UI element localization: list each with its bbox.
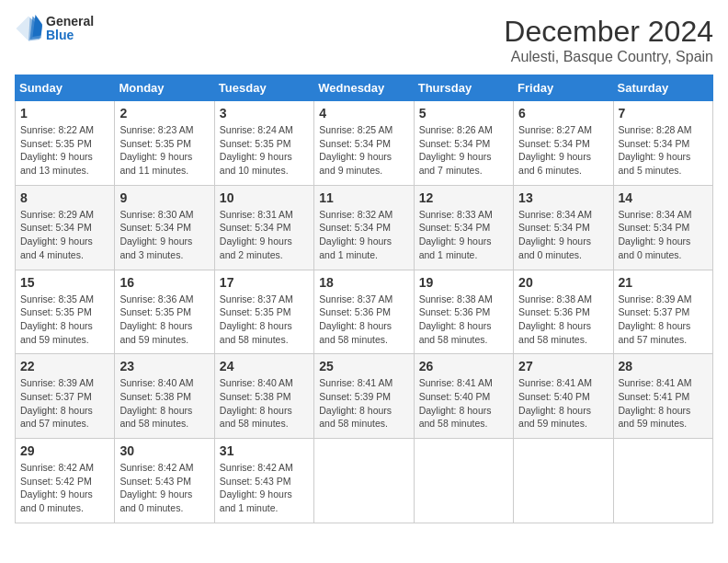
day-number: 21 — [619, 275, 708, 290]
calendar-day-cell: 20Sunrise: 8:38 AMSunset: 5:36 PMDayligh… — [514, 270, 613, 354]
header: General Blue December 2024 Aulesti, Basq… — [15, 15, 713, 65]
day-number: 29 — [20, 443, 109, 458]
day-number: 28 — [619, 359, 708, 373]
day-number: 25 — [319, 359, 408, 373]
calendar-day-cell: 30Sunrise: 8:42 AMSunset: 5:43 PMDayligh… — [115, 439, 214, 523]
calendar-day-cell: 14Sunrise: 8:34 AMSunset: 5:34 PMDayligh… — [613, 185, 712, 270]
calendar-table: SundayMondayTuesdayWednesdayThursdayFrid… — [15, 75, 713, 523]
calendar-day-cell: 28Sunrise: 8:41 AMSunset: 5:41 PMDayligh… — [613, 354, 712, 439]
day-number: 9 — [119, 190, 209, 205]
day-info: Sunrise: 8:41 AMSunset: 5:40 PMDaylight:… — [518, 376, 608, 431]
day-info: Sunrise: 8:31 AMSunset: 5:34 PMDaylight:… — [220, 208, 309, 262]
day-info: Sunrise: 8:36 AMSunset: 5:35 PMDaylight:… — [119, 293, 209, 347]
day-info: Sunrise: 8:38 AMSunset: 5:36 PMDaylight:… — [419, 293, 508, 347]
day-number: 20 — [518, 275, 608, 290]
day-number: 10 — [220, 190, 309, 205]
day-info: Sunrise: 8:24 AMSunset: 5:35 PMDaylight:… — [220, 123, 309, 178]
calendar-day-cell: 22Sunrise: 8:39 AMSunset: 5:37 PMDayligh… — [16, 354, 115, 439]
day-number: 16 — [119, 275, 209, 290]
calendar-day-cell: 25Sunrise: 8:41 AMSunset: 5:39 PMDayligh… — [314, 354, 414, 439]
day-number: 27 — [518, 359, 608, 373]
day-info: Sunrise: 8:30 AMSunset: 5:34 PMDaylight:… — [119, 208, 209, 262]
day-info: Sunrise: 8:34 AMSunset: 5:34 PMDaylight:… — [518, 208, 608, 262]
day-number: 15 — [20, 275, 109, 290]
day-number: 22 — [20, 359, 109, 373]
calendar-weekday: Saturday — [613, 75, 712, 101]
day-info: Sunrise: 8:35 AMSunset: 5:35 PMDaylight:… — [20, 293, 109, 347]
logo-general: General — [46, 15, 94, 29]
day-info: Sunrise: 8:38 AMSunset: 5:36 PMDaylight:… — [518, 293, 608, 347]
day-info: Sunrise: 8:28 AMSunset: 5:34 PMDaylight:… — [619, 123, 708, 178]
calendar-day-cell: 3Sunrise: 8:24 AMSunset: 5:35 PMDaylight… — [214, 101, 313, 186]
calendar-day-cell: 24Sunrise: 8:40 AMSunset: 5:38 PMDayligh… — [214, 354, 313, 439]
calendar-day-cell: 6Sunrise: 8:27 AMSunset: 5:34 PMDaylight… — [514, 101, 613, 186]
page-title: December 2024 — [504, 15, 713, 49]
calendar-day-cell: 18Sunrise: 8:37 AMSunset: 5:36 PMDayligh… — [314, 270, 414, 354]
title-area: December 2024 Aulesti, Basque Country, S… — [504, 15, 713, 65]
calendar-week-row: 15Sunrise: 8:35 AMSunset: 5:35 PMDayligh… — [16, 270, 713, 354]
calendar-weekday: Friday — [514, 75, 613, 101]
day-number: 5 — [419, 106, 508, 121]
calendar-day-cell: 10Sunrise: 8:31 AMSunset: 5:34 PMDayligh… — [214, 185, 313, 270]
day-info: Sunrise: 8:37 AMSunset: 5:36 PMDaylight:… — [319, 293, 408, 347]
day-number: 8 — [20, 190, 109, 205]
day-number: 2 — [119, 106, 209, 121]
day-number: 12 — [419, 190, 508, 205]
calendar-week-row: 29Sunrise: 8:42 AMSunset: 5:42 PMDayligh… — [16, 439, 713, 523]
day-info: Sunrise: 8:42 AMSunset: 5:43 PMDaylight:… — [119, 461, 209, 515]
day-info: Sunrise: 8:40 AMSunset: 5:38 PMDaylight:… — [220, 376, 309, 431]
day-info: Sunrise: 8:26 AMSunset: 5:34 PMDaylight:… — [419, 123, 508, 178]
calendar-day-cell: 29Sunrise: 8:42 AMSunset: 5:42 PMDayligh… — [16, 439, 115, 523]
calendar-weekday: Monday — [115, 75, 214, 101]
day-info: Sunrise: 8:42 AMSunset: 5:43 PMDaylight:… — [220, 461, 309, 515]
calendar-day-cell: 23Sunrise: 8:40 AMSunset: 5:38 PMDayligh… — [115, 354, 214, 439]
calendar-day-cell: 1Sunrise: 8:22 AMSunset: 5:35 PMDaylight… — [16, 101, 115, 186]
day-number: 30 — [119, 443, 209, 458]
calendar-week-row: 1Sunrise: 8:22 AMSunset: 5:35 PMDaylight… — [16, 101, 713, 186]
day-info: Sunrise: 8:41 AMSunset: 5:41 PMDaylight:… — [619, 376, 708, 431]
logo-blue: Blue — [46, 29, 94, 42]
calendar-day-cell — [414, 439, 513, 523]
calendar-day-cell: 12Sunrise: 8:33 AMSunset: 5:34 PMDayligh… — [414, 185, 513, 270]
day-info: Sunrise: 8:37 AMSunset: 5:35 PMDaylight:… — [220, 293, 309, 347]
day-number: 13 — [518, 190, 608, 205]
day-number: 14 — [619, 190, 708, 205]
calendar-weekday: Sunday — [16, 75, 115, 101]
logo-text: General Blue — [46, 15, 94, 43]
calendar-day-cell: 7Sunrise: 8:28 AMSunset: 5:34 PMDaylight… — [613, 101, 712, 186]
day-info: Sunrise: 8:29 AMSunset: 5:34 PMDaylight:… — [20, 208, 109, 262]
day-number: 19 — [419, 275, 508, 290]
calendar-day-cell: 4Sunrise: 8:25 AMSunset: 5:34 PMDaylight… — [314, 101, 414, 186]
day-number: 1 — [20, 106, 109, 121]
calendar-day-cell: 15Sunrise: 8:35 AMSunset: 5:35 PMDayligh… — [16, 270, 115, 354]
calendar-day-cell: 16Sunrise: 8:36 AMSunset: 5:35 PMDayligh… — [115, 270, 214, 354]
calendar-weekday: Tuesday — [214, 75, 313, 101]
calendar-day-cell: 26Sunrise: 8:41 AMSunset: 5:40 PMDayligh… — [414, 354, 513, 439]
day-number: 3 — [220, 106, 309, 121]
day-info: Sunrise: 8:33 AMSunset: 5:34 PMDaylight:… — [419, 208, 508, 262]
calendar-header-row: SundayMondayTuesdayWednesdayThursdayFrid… — [16, 75, 713, 101]
calendar-day-cell: 9Sunrise: 8:30 AMSunset: 5:34 PMDaylight… — [115, 185, 214, 270]
page-subtitle: Aulesti, Basque Country, Spain — [504, 49, 713, 65]
day-info: Sunrise: 8:23 AMSunset: 5:35 PMDaylight:… — [119, 123, 209, 178]
day-info: Sunrise: 8:40 AMSunset: 5:38 PMDaylight:… — [119, 376, 209, 431]
calendar-day-cell — [613, 439, 712, 523]
calendar-day-cell: 5Sunrise: 8:26 AMSunset: 5:34 PMDaylight… — [414, 101, 513, 186]
logo-icon — [15, 15, 42, 42]
day-number: 26 — [419, 359, 508, 373]
calendar-week-row: 22Sunrise: 8:39 AMSunset: 5:37 PMDayligh… — [16, 354, 713, 439]
logo: General Blue — [15, 15, 94, 43]
calendar-day-cell: 11Sunrise: 8:32 AMSunset: 5:34 PMDayligh… — [314, 185, 414, 270]
day-info: Sunrise: 8:27 AMSunset: 5:34 PMDaylight:… — [518, 123, 608, 178]
calendar-weekday: Thursday — [414, 75, 513, 101]
day-info: Sunrise: 8:25 AMSunset: 5:34 PMDaylight:… — [319, 123, 408, 178]
day-number: 7 — [619, 106, 708, 121]
calendar-day-cell: 13Sunrise: 8:34 AMSunset: 5:34 PMDayligh… — [514, 185, 613, 270]
day-number: 4 — [319, 106, 408, 121]
calendar-day-cell: 19Sunrise: 8:38 AMSunset: 5:36 PMDayligh… — [414, 270, 513, 354]
calendar-day-cell: 2Sunrise: 8:23 AMSunset: 5:35 PMDaylight… — [115, 101, 214, 186]
day-number: 18 — [319, 275, 408, 290]
day-number: 24 — [220, 359, 309, 373]
day-info: Sunrise: 8:22 AMSunset: 5:35 PMDaylight:… — [20, 123, 109, 178]
day-info: Sunrise: 8:34 AMSunset: 5:34 PMDaylight:… — [619, 208, 708, 262]
